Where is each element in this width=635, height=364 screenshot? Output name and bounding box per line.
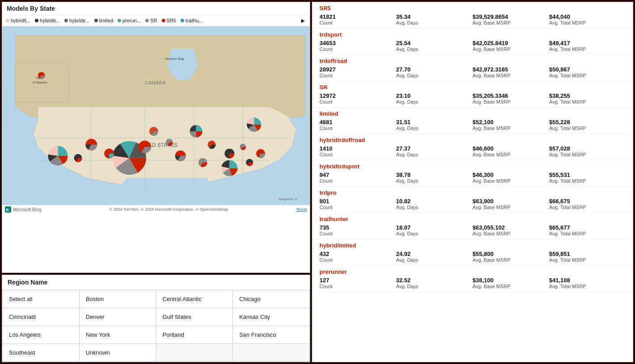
region-cell[interactable]: San Francisco [233,326,310,344]
map-footer: B Microsoft Bing © 2024 TomTom, © 2025 M… [2,205,310,213]
legend-sr: SR [145,18,157,23]
legend-dot-prerun [118,19,121,22]
region-cell[interactable]: Southeast [3,344,80,362]
stat-col: 27.70Avg. Days [396,66,472,78]
legend-dot-sr5 [162,19,165,22]
stat-col: $42,025.8419Avg. Base MSRP [473,40,549,52]
svg-text:Sargasso S: Sargasso S [278,197,297,201]
stat-value: $55,800 [473,251,549,257]
right-panel[interactable]: SR541821Count35.34Avg. Days$39,529.8654A… [312,2,633,362]
stat-label: Avg. Total MSRP [549,178,626,184]
model-name: trdpro [320,189,626,196]
region-cell[interactable]: Portland [156,326,233,344]
stat-label: Count [320,284,396,289]
stat-col: 31.51Avg. Days [396,119,472,131]
model-name: prerunner [320,268,626,275]
stat-col: 35.34Avg. Days [396,13,472,25]
stat-col: 28927Count [320,66,396,78]
stat-col: $55,228Avg. Total MSRP [549,119,626,131]
stat-label: Avg. Total MSRP [549,284,626,289]
stat-value: 27.70 [396,66,472,73]
stat-label: Count [320,126,396,131]
region-cell[interactable]: Chicago [233,290,310,308]
stat-value: 24.92 [396,251,472,257]
map-section: Models By State hybridli... hybridtr... … [2,2,310,273]
main-container: Models By State hybridli... hybridtr... … [0,0,635,364]
legend-label-prerun: prerun... [122,18,141,23]
stat-label: Avg. Days [396,73,472,78]
legend-sr5: SR5 [162,18,176,23]
legend-hybridtr2: hybridtr... [64,18,89,23]
stat-col: 23.10Avg. Days [396,92,472,105]
region-cell[interactable]: Cinncinatti [3,308,80,326]
stat-value: 27.37 [396,145,472,152]
model-block: limited4681Count31.51Avg. Days$52,100Avg… [312,108,633,134]
region-cell[interactable]: New York [80,326,156,344]
model-name: trdsport [320,31,626,38]
stat-label: Avg. Days [396,20,472,25]
legend-label-sr: SR [150,18,157,23]
model-block: trailhunter735Count18.07Avg. Days$63,055… [312,213,633,239]
stat-label: Avg. Days [396,231,472,236]
stat-col: $49,417Avg. Total MSRP [549,40,626,52]
stat-value: 432 [320,251,396,257]
region-cell[interactable]: Los Angeles [3,326,80,344]
model-stats: 4681Count31.51Avg. Days$52,100Avg. Base … [320,119,626,131]
model-stats: 947Count38.78Avg. Days$46,300Avg. Base M… [320,172,626,184]
stat-value: $63,900 [473,198,549,205]
stat-label: Avg. Total MSRP [549,20,626,25]
map-terms[interactable]: Terms [296,207,307,212]
stat-col: $42,972.3165Avg. Base MSRP [473,66,549,78]
model-stats: 28927Count27.70Avg. Days$42,972.3165Avg.… [320,66,626,78]
svg-text:of Alaska: of Alaska [33,80,47,84]
stat-col: 12972Count [320,92,396,105]
stat-label: Avg. Base MSRP [473,205,549,210]
model-block: hybridtrdsport947Count38.78Avg. Days$46,… [312,160,633,187]
stat-value: $42,025.8419 [473,40,549,46]
region-cell[interactable]: Gulf States [156,308,233,326]
stat-value: $39,529.8654 [473,13,549,20]
region-cell[interactable]: Unknown [80,344,156,362]
stat-col: $59,851Avg. Total MSRP [549,251,626,263]
stat-col: 801Count [320,198,396,210]
stat-col: $65,677Avg. Total MSRP [549,224,626,236]
region-cell[interactable]: Kansas City [233,308,310,326]
stat-label: Count [320,46,396,52]
stat-col: 41821Count [320,13,396,25]
stat-label: Avg. Base MSRP [473,284,549,289]
stat-value: $38,255 [549,92,626,99]
model-stats: 735Count18.07Avg. Days$63,055.102Avg. Ba… [320,224,626,236]
stat-value: $55,531 [549,172,626,178]
stat-label: Avg. Days [396,257,472,263]
stat-value: 34653 [320,40,396,46]
region-cell[interactable]: Denver [80,308,156,326]
region-cell [233,344,310,362]
legend-label-limited: limited [99,18,114,23]
stat-col: 38.78Avg. Days [396,172,472,184]
legend-trailhu: trailhu... [181,18,203,23]
map-title: Models By State [2,2,310,15]
model-name: hybridtrdoffroad [320,137,626,143]
bing-logo: B Microsoft Bing [5,206,41,213]
map-canvas[interactable]: Gulf of Alaska Hudson Bay CANADA UNITED … [2,26,310,205]
stat-value: $59,851 [549,251,626,257]
legend-scroll-right[interactable]: ► [300,17,306,24]
region-cell[interactable]: Select all [3,290,80,308]
region-cell[interactable]: Boston [80,290,156,308]
stat-label: Count [320,152,396,157]
legend-prerun: prerun... [118,18,141,23]
region-cell[interactable]: Central Atlantic [156,290,233,308]
legend-label-hybridtr2: hybridtr... [69,18,89,23]
stat-label: Avg. Days [396,152,472,157]
stat-label: Avg. Days [396,126,472,131]
stat-value: $49,417 [549,40,626,46]
stat-label: Avg. Base MSRP [473,231,549,236]
stat-value: $46,300 [473,172,549,178]
legend-label-hybridli: hybridli... [11,18,30,23]
stat-label: Avg. Base MSRP [473,152,549,157]
stat-col: 735Count [320,224,396,236]
stat-label: Count [320,178,396,184]
legend-limited: limited [94,18,114,23]
legend-dot-hybridli [6,19,9,22]
model-stats: 432Count24.92Avg. Days$55,800Avg. Base M… [320,251,626,263]
